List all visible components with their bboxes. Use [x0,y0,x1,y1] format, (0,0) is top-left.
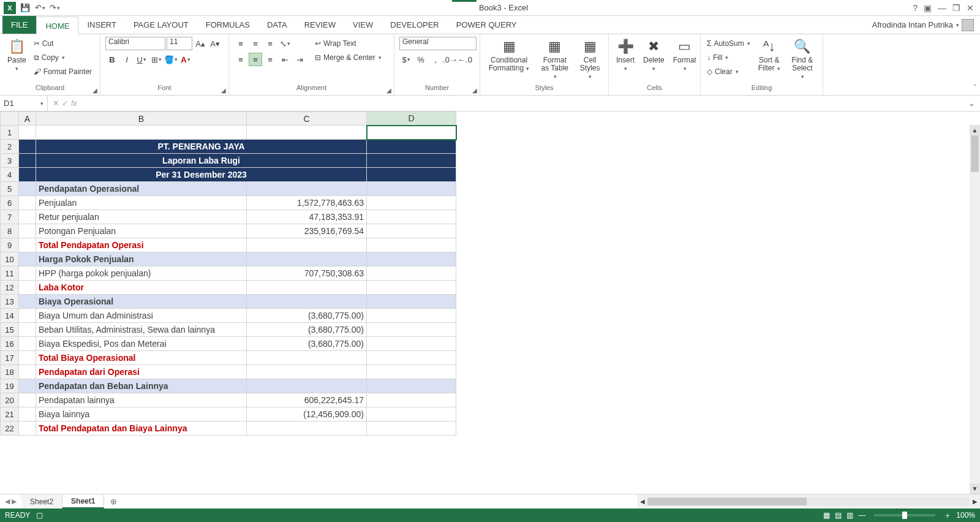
cell-A16[interactable] [19,337,36,351]
cell-A8[interactable] [19,224,36,238]
cell-D6[interactable] [367,196,456,210]
copy-button[interactable]: ⧉Copy▾ [32,51,93,64]
cell-D3[interactable] [367,154,456,168]
row-header-3[interactable]: 3 [1,154,19,168]
tab-data[interactable]: DATA [258,16,296,34]
cell-B5[interactable]: Pendapatan Operasional [36,182,247,196]
cell-B1[interactable] [36,126,247,140]
cell-B10[interactable]: Harga Pokok Penjualan [36,252,247,267]
sheet-tab-sheet2[interactable]: Sheet2 [21,494,62,509]
cell-B20[interactable]: Pendapatan lainnya [36,393,247,407]
help-icon[interactable]: ? [913,3,918,13]
insert-button[interactable]: ➕Insert▾ [614,37,637,74]
minimize-icon[interactable]: — [938,3,946,13]
cell-B19[interactable]: Pendapatan dan Beban Lainnya [36,379,247,393]
row-header-13[interactable]: 13 [1,295,19,309]
cell-C22[interactable] [247,422,367,436]
macro-record-icon[interactable]: ▢ [36,511,43,520]
cell-B6[interactable]: Penjualan [36,196,247,210]
decrease-indent-button[interactable]: ⇤ [278,53,292,66]
align-bottom-button[interactable]: ≡ [263,37,277,50]
cell-B7[interactable]: Retur penjualan [36,210,247,224]
close-icon[interactable]: ✕ [967,3,974,13]
cell-D7[interactable] [367,210,456,224]
zoom-level[interactable]: 100% [956,511,975,520]
row-header-2[interactable]: 2 [1,140,19,154]
sort-filter-button[interactable]: ᴬ↓Sort & Filter ▾ [755,37,783,74]
tab-power-query[interactable]: POWER QUERY [448,16,526,34]
cell-C15[interactable]: (3,680,775.00) [247,323,367,337]
row-header-7[interactable]: 7 [1,210,19,224]
row-header-16[interactable]: 16 [1,337,19,351]
cell-C13[interactable] [247,295,367,309]
cell-A9[interactable] [19,238,36,252]
page-layout-view-icon[interactable]: ▤ [835,511,842,520]
cell-D11[interactable] [367,267,456,281]
zoom-slider[interactable] [874,514,935,516]
cell-D9[interactable] [367,238,456,252]
clipboard-launcher[interactable]: ◢ [92,87,97,94]
row-header-4[interactable]: 4 [1,168,19,182]
row-header-21[interactable]: 21 [1,407,19,422]
number-launcher[interactable]: ◢ [472,87,477,94]
cell-A15[interactable] [19,323,36,337]
cell-C9[interactable] [247,238,367,252]
cell-styles-button[interactable]: ▦Cell Styles ▾ [576,37,603,82]
cell-C17[interactable] [247,351,367,365]
underline-button[interactable]: U▾ [135,53,148,66]
cell-A10[interactable] [19,252,36,267]
autosum-button[interactable]: ΣAutoSum▾ [706,37,752,50]
cell-A19[interactable] [19,379,36,393]
row-header-14[interactable]: 14 [1,309,19,323]
cell-B22[interactable]: Total Pendapatan dan Biaya Lainnya [36,422,247,436]
cell-B11[interactable]: HPP (harga pokok penjualan) [36,267,247,281]
col-header-B[interactable]: B [36,112,247,126]
align-center-button[interactable]: ≡ [249,53,262,66]
font-color-button[interactable]: A▾ [179,53,192,66]
tab-page-layout[interactable]: PAGE LAYOUT [125,16,197,34]
col-header-C[interactable]: C [247,112,367,126]
row-header-12[interactable]: 12 [1,281,19,295]
row-header-18[interactable]: 18 [1,365,19,379]
cell-C16[interactable]: (3,680,775.00) [247,337,367,351]
cell-C10[interactable] [247,252,367,267]
alignment-launcher[interactable]: ◢ [386,87,391,94]
redo-icon[interactable]: ↷▾ [49,2,60,13]
row-header-9[interactable]: 9 [1,238,19,252]
cell-D10[interactable] [367,252,456,267]
cell-D20[interactable] [367,393,456,407]
percent-button[interactable]: % [414,53,428,66]
worksheet-grid[interactable]: ABCD12PT. PENERANG JAYA3Laporan Laba Rug… [0,112,980,494]
cell-A17[interactable] [19,351,36,365]
tab-home[interactable]: HOME [36,17,78,34]
scroll-down-icon[interactable]: ▼ [970,483,980,494]
cell-A7[interactable] [19,210,36,224]
font-name-select[interactable]: Calibri [105,37,165,50]
cell-B3[interactable]: Laporan Laba Rugi [36,154,367,168]
cell-C14[interactable]: (3,680,775.00) [247,309,367,323]
select-all-button[interactable] [1,112,19,126]
scroll-up-icon[interactable]: ▲ [970,125,980,135]
tab-review[interactable]: REVIEW [296,16,344,34]
cell-A14[interactable] [19,309,36,323]
horizontal-scrollbar[interactable]: ◀ ▶ [637,494,980,509]
undo-icon[interactable]: ↶▾ [34,2,45,13]
align-middle-button[interactable]: ≡ [249,37,262,50]
cell-D15[interactable] [367,323,456,337]
row-header-15[interactable]: 15 [1,323,19,337]
row-header-22[interactable]: 22 [1,422,19,436]
cell-D5[interactable] [367,182,456,196]
cell-B15[interactable]: Beban Utilitas, Administrasi, Sewa dan l… [36,323,247,337]
cell-D17[interactable] [367,351,456,365]
decrease-font-button[interactable]: A▾ [208,37,222,50]
page-break-view-icon[interactable]: ▥ [846,511,853,520]
cell-A1[interactable] [19,126,36,140]
cell-A13[interactable] [19,295,36,309]
scroll-left-icon[interactable]: ◀ [637,498,647,505]
cell-B13[interactable]: Biaya Operasional [36,295,247,309]
cell-A22[interactable] [19,422,36,436]
sheet-nav[interactable]: ◀ ▶ [0,494,21,509]
increase-decimal-button[interactable]: .0→ [443,53,457,66]
hscroll-thumb[interactable] [647,497,807,505]
enter-formula-icon[interactable]: ✓ [62,99,69,108]
